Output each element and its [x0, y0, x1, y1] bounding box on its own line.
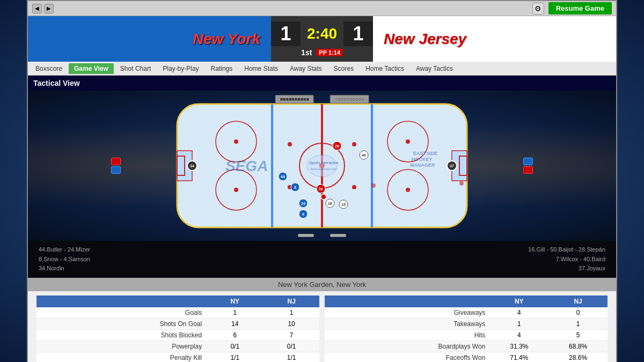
- svg-text:MANAGER: MANAGER: [410, 162, 435, 168]
- svg-text:Sports Interactive: Sports Interactive: [309, 161, 339, 165]
- stat-val-boardplays-nj: 68.8%: [548, 341, 608, 352]
- stat-val-shots-nj: 10: [264, 318, 319, 329]
- svg-text:44: 44: [281, 175, 285, 179]
- right-header-nj: NJ: [548, 295, 608, 307]
- svg-point-53: [371, 183, 376, 188]
- svg-point-10: [234, 139, 238, 144]
- svg-text:37: 37: [450, 164, 454, 168]
- stat-label-pk: Penalty Kill: [36, 352, 206, 362]
- svg-text:40: 40: [362, 153, 366, 157]
- away-team-name: New Jersey: [384, 31, 466, 48]
- table-row: Goals 1 1: [36, 307, 319, 319]
- tab-boxscore[interactable]: Boxscore: [30, 63, 68, 74]
- stat-val-hits-ny: 4: [489, 329, 548, 341]
- tab-shotchart[interactable]: Shot Chart: [115, 63, 156, 74]
- svg-point-27: [307, 155, 337, 176]
- svg-point-12: [234, 188, 238, 192]
- svg-point-20: [352, 185, 356, 189]
- stat-label-blocked: Shots Blocked: [36, 329, 206, 341]
- home-team-section: New York: [28, 16, 271, 62]
- stat-label-faceoffs: Faceoffs Won: [325, 352, 489, 362]
- svg-point-17: [288, 142, 292, 146]
- tab-hometactics[interactable]: Home Tactics: [360, 63, 409, 74]
- away-indicator: [523, 158, 533, 174]
- main-content: Tactical View ■■■■■■■■■■ ○○○○○○○○○○: [28, 76, 616, 362]
- away-bench-label: ○○○○○○○○○○: [330, 95, 369, 104]
- table-row: Giveaways 4 0: [325, 307, 608, 319]
- stat-val-blocked-nj: 7: [264, 329, 319, 341]
- stat-label-goals: Goals: [36, 307, 206, 319]
- home-line-2: 8.Snow - 4.Samson: [39, 255, 90, 264]
- away-line-1: 16.Gill - 50.Baijot - 28.Stepán: [528, 245, 605, 255]
- stat-label-pp: Powerplay: [36, 341, 206, 352]
- tab-homestats[interactable]: Home Stats: [239, 63, 283, 74]
- stat-val-goals-ny: 1: [206, 307, 264, 319]
- home-bench-label: ■■■■■■■■■■: [275, 95, 314, 104]
- table-row: Powerplay 0/1 0/1: [36, 341, 319, 352]
- tab-ratings[interactable]: Ratings: [206, 63, 238, 74]
- tab-awaytactics[interactable]: Away Tactics: [411, 63, 458, 74]
- stat-val-boardplays-ny: 31.3%: [489, 341, 548, 352]
- home-score: 1: [271, 21, 301, 46]
- away-line-3: 37.Joyaux: [528, 264, 605, 274]
- stat-val-pk-ny: 1/1: [206, 352, 264, 362]
- score-center: 1 2:40 1 1st PP 1:14: [271, 16, 373, 62]
- stat-val-takeaways-nj: 1: [548, 318, 608, 329]
- table-row: Shots Blocked 6 7: [36, 329, 319, 341]
- svg-text:4: 4: [302, 212, 304, 216]
- table-row: Shots On Goal 14 10: [36, 318, 319, 329]
- stat-label-shots: Shots On Goal: [36, 318, 206, 329]
- right-header-ny: NY: [489, 295, 548, 307]
- stat-val-pp-nj: 0/1: [264, 341, 319, 352]
- settings-button[interactable]: ⚙: [532, 3, 544, 14]
- left-stats-table: NY NJ Goals 1 1 Shots On Goal: [36, 295, 319, 362]
- nav-tabs: Boxscore Game View Shot Chart Play-by-Pl…: [28, 62, 616, 76]
- tab-scores[interactable]: Scores: [328, 63, 359, 74]
- game-time: 2:40: [301, 24, 343, 43]
- resume-game-button[interactable]: Resume Game: [548, 2, 612, 14]
- home-line-3: 34.Nordin: [39, 264, 90, 274]
- svg-point-14: [406, 139, 410, 144]
- table-row: Takeaways 1 1: [325, 318, 608, 329]
- table-row: Faceoffs Won 71.4% 28.6%: [325, 352, 608, 362]
- home-indicator: [111, 158, 121, 174]
- svg-text:24: 24: [301, 202, 305, 205]
- table-row: Hits 4 5: [325, 329, 608, 341]
- back-button[interactable]: ◀: [32, 4, 42, 13]
- stat-val-hits-nj: 5: [548, 329, 608, 341]
- svg-text:50: 50: [319, 187, 323, 191]
- stat-label-boardplays: Boardplays Won: [325, 341, 489, 352]
- rink-container: ■■■■■■■■■■ ○○○○○○○○○○: [28, 91, 616, 241]
- left-header-ny: NY: [206, 295, 264, 307]
- tactical-view-label: Tactical View: [28, 76, 616, 91]
- stat-val-faceoffs-ny: 71.4%: [489, 352, 548, 362]
- svg-text:HOCKEY: HOCKEY: [412, 157, 433, 162]
- svg-text:15: 15: [341, 203, 346, 206]
- team-lines: 44.Butler - 24.Mizer 8.Snow - 4.Samson 3…: [28, 241, 616, 278]
- right-stats-table: NY NJ Giveaways 4 0 Takeaways: [325, 295, 608, 362]
- pp-label: PP 1:14: [316, 49, 343, 56]
- svg-text:www.sigames.com: www.sigames.com: [310, 167, 337, 171]
- away-line-2: 7.Wilcox - 40.Baird: [528, 255, 605, 264]
- stat-val-pk-nj: 1/1: [264, 352, 319, 362]
- stat-val-takeaways-ny: 1: [489, 318, 548, 329]
- stat-val-blocked-ny: 6: [206, 329, 264, 341]
- stat-val-goals-nj: 1: [264, 307, 319, 319]
- title-bar: ◀ ▶ ⚙ Resume Game: [28, 1, 616, 16]
- svg-point-19: [352, 142, 356, 146]
- tab-pbp[interactable]: Play-by-Play: [157, 63, 204, 74]
- away-team-section: New Jersey: [373, 16, 616, 62]
- forward-button[interactable]: ▶: [44, 4, 54, 13]
- tab-gameview[interactable]: Game View: [69, 63, 114, 74]
- stat-label-takeaways: Takeaways: [325, 318, 489, 329]
- away-lines: 16.Gill - 50.Baijot - 28.Stepán 7.Wilcox…: [528, 245, 605, 274]
- svg-text:34: 34: [190, 164, 194, 168]
- table-row: Boardplays Won 31.3% 68.8%: [325, 341, 608, 352]
- left-header-nj: NJ: [264, 295, 319, 307]
- stat-val-giveaways-nj: 0: [548, 307, 608, 319]
- tab-awaystats[interactable]: Away Stats: [284, 63, 327, 74]
- svg-point-16: [406, 188, 410, 192]
- home-lines: 44.Butler - 24.Mizer 8.Snow - 4.Samson 3…: [39, 245, 90, 274]
- svg-text:16: 16: [328, 202, 332, 205]
- svg-text:28: 28: [335, 144, 339, 148]
